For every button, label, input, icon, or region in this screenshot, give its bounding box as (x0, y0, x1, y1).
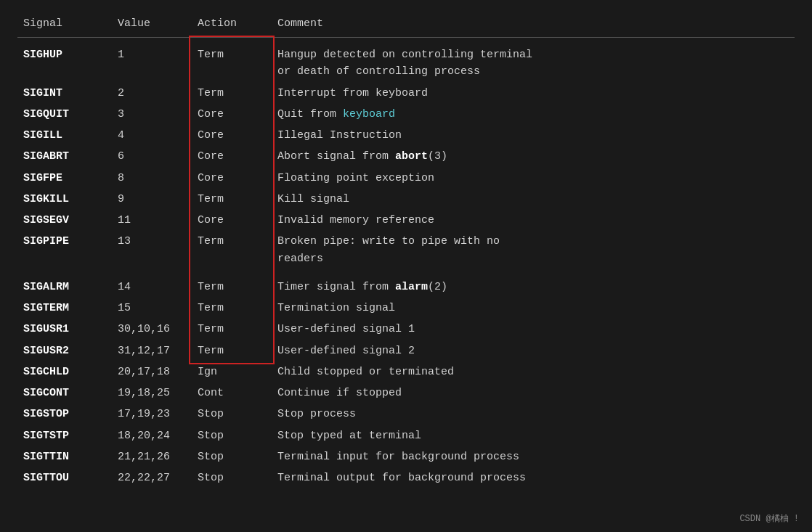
cell-signal: SIGPIPE (17, 232, 112, 270)
cell-signal: SIGABRT (17, 147, 112, 168)
bold-text: abort (395, 150, 428, 163)
cell-signal: SIGTERM (17, 298, 112, 319)
signal-name: SIGCONT (23, 387, 69, 399)
signal-name: SIGUSR2 (23, 345, 69, 357)
bold-text: alarm (395, 281, 428, 293)
table-row: SIGQUIT3CoreQuit from keyboard (17, 105, 795, 126)
cell-action: Term (192, 341, 272, 362)
table-row: SIGSEGV11CoreInvalid memory reference (17, 210, 795, 232)
cell-comment: Termination signal (272, 298, 795, 319)
main-container: Signal Value Action Comment SIGHUP1TermH… (0, 0, 812, 502)
table-wrapper: Signal Value Action Comment SIGHUP1TermH… (17, 13, 795, 489)
cell-signal: SIGKILL (17, 189, 112, 210)
signal-name: SIGTTOU (23, 472, 69, 484)
table-row: SIGTTIN21,21,26StopTerminal input for ba… (17, 447, 795, 468)
table-row: SIGILL4CoreIllegal Instruction (17, 126, 795, 147)
cell-comment: Floating point exception (272, 168, 795, 189)
cell-comment: Quit from keyboard (272, 105, 795, 126)
signals-table: Signal Value Action Comment SIGHUP1TermH… (17, 13, 795, 489)
cell-comment: Interrupt from keyboard (272, 83, 795, 105)
cell-value: 22,22,27 (112, 468, 192, 489)
cell-signal: SIGILL (17, 126, 112, 147)
cell-value: 21,21,26 (112, 447, 192, 468)
signal-name: SIGSTOP (23, 408, 69, 420)
signal-name: SIGINT (23, 87, 62, 99)
signal-name: SIGILL (23, 129, 62, 142)
signal-name: SIGHUP (23, 49, 62, 61)
table-row: SIGTTOU22,22,27StopTerminal output for b… (17, 468, 795, 489)
cell-signal: SIGINT (17, 83, 112, 105)
table-row: SIGUSR130,10,16TermUser-defined signal 1 (17, 319, 795, 340)
cell-action: Term (192, 298, 272, 319)
cell-signal: SIGFPE (17, 168, 112, 189)
cell-signal: SIGUSR1 (17, 319, 112, 340)
cell-value: 13 (112, 232, 192, 270)
header-comment: Comment (272, 13, 795, 38)
cell-comment: Hangup detected on controlling terminalo… (272, 38, 795, 83)
table-row: SIGUSR231,12,17TermUser-defined signal 2 (17, 341, 795, 362)
cell-comment: Terminal output for background process (272, 468, 795, 489)
cell-comment: Invalid memory reference (272, 210, 795, 232)
table-row: SIGPIPE13TermBroken pipe: write to pipe … (17, 232, 795, 270)
table-row: SIGSTOP17,19,23StopStop process (17, 404, 795, 425)
cell-value: 1 (112, 38, 192, 83)
table-row: SIGKILL9TermKill signal (17, 189, 795, 210)
cell-value: 30,10,16 (112, 319, 192, 340)
cell-value: 11 (112, 210, 192, 232)
cell-action: Term (192, 270, 272, 298)
signal-name: SIGTERM (23, 302, 69, 314)
cell-action: Core (192, 210, 272, 232)
header-value: Value (112, 13, 192, 38)
table-header-row: Signal Value Action Comment (17, 13, 795, 38)
cell-comment: User-defined signal 2 (272, 341, 795, 362)
signal-name: SIGTSTP (23, 430, 69, 442)
cell-action: Term (192, 232, 272, 270)
cell-comment: Illegal Instruction (272, 126, 795, 147)
cell-action: Core (192, 168, 272, 189)
cell-value: 14 (112, 270, 192, 298)
cell-signal: SIGSTOP (17, 404, 112, 425)
table-row: SIGFPE8CoreFloating point exception (17, 168, 795, 189)
cell-action: Stop (192, 447, 272, 468)
cell-value: 4 (112, 126, 192, 147)
cell-value: 3 (112, 105, 192, 126)
table-row: SIGABRT6CoreAbort signal from abort(3) (17, 147, 795, 168)
signal-name: SIGQUIT (23, 108, 69, 120)
cell-action: Core (192, 126, 272, 147)
cell-comment: Broken pipe: write to pipe with noreader… (272, 232, 795, 270)
signal-name: SIGFPE (23, 172, 62, 184)
table-row: SIGINT2TermInterrupt from keyboard (17, 83, 795, 105)
cell-value: 2 (112, 83, 192, 105)
cell-value: 15 (112, 298, 192, 319)
table-row: SIGCHLD20,17,18IgnChild stopped or termi… (17, 362, 795, 383)
cell-signal: SIGCONT (17, 383, 112, 404)
table-row: SIGALRM14TermTimer signal from alarm(2) (17, 270, 795, 298)
signal-name: SIGCHLD (23, 366, 69, 378)
cell-action: Stop (192, 468, 272, 489)
cell-action: Cont (192, 383, 272, 404)
cell-signal: SIGTSTP (17, 426, 112, 447)
table-row: SIGTSTP18,20,24StopStop typed at termina… (17, 426, 795, 447)
table-row: SIGTERM15TermTermination signal (17, 298, 795, 319)
cell-comment: Timer signal from alarm(2) (272, 270, 795, 298)
cell-value: 20,17,18 (112, 362, 192, 383)
signal-name: SIGALRM (23, 281, 69, 293)
cell-action: Ign (192, 362, 272, 383)
cell-signal: SIGTTIN (17, 447, 112, 468)
cell-comment: User-defined signal 1 (272, 319, 795, 340)
cell-action: Term (192, 83, 272, 105)
cyan-text: keyboard (343, 108, 395, 120)
cell-comment: Abort signal from abort(3) (272, 147, 795, 168)
cell-value: 6 (112, 147, 192, 168)
cell-signal: SIGQUIT (17, 105, 112, 126)
cell-signal: SIGCHLD (17, 362, 112, 383)
cell-action: Stop (192, 426, 272, 447)
cell-value: 8 (112, 168, 192, 189)
cell-comment: Terminal input for background process (272, 447, 795, 468)
cell-signal: SIGSEGV (17, 210, 112, 232)
cell-comment: Stop process (272, 404, 795, 425)
cell-action: Core (192, 105, 272, 126)
cell-action: Core (192, 147, 272, 168)
header-signal: Signal (17, 13, 112, 38)
signal-name: SIGSEGV (23, 214, 69, 226)
